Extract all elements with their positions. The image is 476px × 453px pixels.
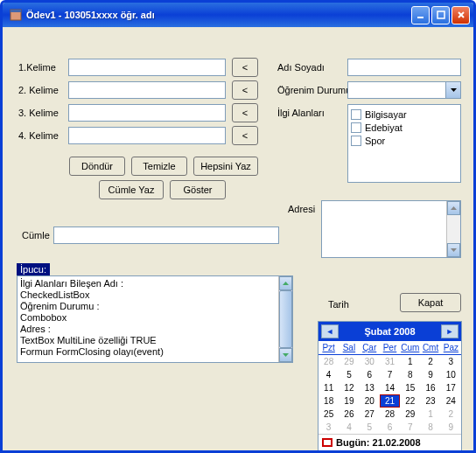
ogrenim-label: Öğrenim Durumu [277, 85, 351, 95]
svg-marker-9 [283, 282, 289, 285]
calendar-day[interactable]: 6 [380, 421, 400, 434]
cumle-input[interactable] [53, 226, 279, 244]
calendar-day[interactable]: 30 [360, 355, 380, 368]
calendar-day[interactable]: 28 [380, 408, 400, 421]
calendar-day[interactable]: 4 [318, 368, 339, 381]
calendar-day[interactable]: 8 [420, 421, 440, 434]
calendar-day[interactable]: 16 [420, 381, 440, 394]
calendar-prev-button[interactable]: ◄ [321, 324, 339, 338]
kelime1-back-button[interactable]: < [232, 58, 258, 77]
checkbox-icon[interactable] [351, 122, 361, 133]
kelime2-input[interactable] [68, 81, 226, 99]
calendar-day[interactable]: 18 [318, 394, 339, 408]
checkbox-icon[interactable] [351, 109, 361, 120]
checkbox-icon[interactable] [351, 136, 361, 146]
ilgi-item[interactable]: Spor [351, 134, 458, 147]
ilgi-checkedlistbox[interactable]: Bilgisayar Edebiyat Spor [347, 104, 461, 183]
scrollbar[interactable] [446, 201, 460, 257]
calendar-day[interactable]: 5 [339, 368, 359, 381]
calendar-next-button[interactable]: ► [441, 324, 458, 338]
adsoyad-input[interactable] [347, 59, 461, 76]
kelime4-back-button[interactable]: < [232, 126, 258, 145]
calendar-day[interactable]: 6 [360, 368, 380, 381]
calendar-day[interactable]: 27 [360, 408, 380, 421]
ilgi-item[interactable]: Edebiyat [351, 121, 458, 134]
calendar-day[interactable]: 26 [339, 408, 359, 421]
adresi-label: Adresi [288, 204, 315, 214]
chevron-left-icon: < [242, 108, 248, 118]
calendar-day[interactable]: 4 [339, 421, 359, 434]
calendar-day[interactable]: 17 [441, 381, 461, 394]
adresi-textbox[interactable] [321, 200, 461, 258]
calendar-today[interactable]: Bugün: 21.02.2008 [318, 434, 461, 450]
calendar-day[interactable]: 13 [360, 381, 380, 394]
calendar-day[interactable]: 2 [420, 355, 440, 368]
scrollbar[interactable] [278, 276, 292, 362]
calendar-day[interactable]: 1 [420, 408, 440, 421]
calendar-day[interactable]: 15 [400, 381, 420, 394]
kelime4-input[interactable] [68, 127, 226, 144]
scroll-up-button[interactable] [279, 276, 292, 290]
calendar-day[interactable]: 19 [339, 394, 359, 408]
scroll-thumb[interactable] [279, 290, 292, 348]
ilgi-label: İlgi Alanları [277, 108, 325, 118]
calendar-day[interactable]: 14 [380, 381, 400, 394]
cumle-yaz-button[interactable]: Cümle Yaz [99, 180, 164, 199]
calendar-day[interactable]: 8 [400, 368, 420, 381]
scroll-up-button[interactable] [447, 201, 460, 215]
calendar-day[interactable]: 5 [360, 421, 380, 434]
scroll-down-button[interactable] [279, 348, 292, 362]
ilgi-item[interactable]: Bilgisayar [351, 108, 458, 121]
calendar-day[interactable]: 31 [380, 355, 400, 368]
calendar-day[interactable]: 20 [360, 394, 380, 408]
hepsini-yaz-button[interactable]: Hepsini Yaz [193, 157, 258, 176]
kelime2-back-button[interactable]: < [232, 80, 258, 100]
maximize-button[interactable] [431, 6, 450, 24]
dondur-button[interactable]: Döndür [69, 157, 125, 176]
calendar-day[interactable]: 12 [339, 381, 359, 394]
ogrenim-combo[interactable] [347, 81, 461, 99]
calendar-day[interactable]: 23 [420, 394, 440, 408]
calendar-dow-row: PztSalÇarPerCumCmtPaz [318, 341, 461, 355]
calendar-day[interactable]: 3 [441, 355, 461, 368]
calendar[interactable]: ◄ Şubat 2008 ► PztSalÇarPerCumCmtPaz 282… [318, 321, 462, 451]
chevron-down-icon[interactable] [445, 82, 460, 98]
calendar-day[interactable]: 25 [318, 408, 339, 421]
kapat-button[interactable]: Kapat [400, 293, 461, 312]
calendar-day[interactable]: 3 [318, 421, 339, 434]
svg-marker-6 [451, 88, 457, 92]
calendar-day[interactable]: 1 [400, 355, 420, 368]
scroll-track[interactable] [447, 215, 460, 243]
calendar-day[interactable]: 9 [441, 421, 461, 434]
kelime1-input[interactable] [68, 59, 226, 76]
calendar-day[interactable]: 7 [400, 421, 420, 434]
svg-rect-3 [438, 11, 444, 18]
calendar-day[interactable]: 29 [339, 355, 359, 368]
calendar-day[interactable]: 11 [318, 381, 339, 394]
cumle-label: Cümle [22, 230, 50, 240]
calendar-day[interactable]: 29 [400, 408, 420, 421]
minimize-button[interactable] [411, 6, 430, 24]
kelime3-back-button[interactable]: < [232, 103, 258, 122]
calendar-day[interactable]: 7 [380, 368, 400, 381]
kelime3-input[interactable] [68, 104, 226, 122]
calendar-dow: Çar [360, 341, 380, 355]
window-title: Ödev1 - 103051xxxx öğr. adı [26, 10, 410, 20]
temizle-button[interactable]: Temizle [131, 157, 187, 176]
calendar-day[interactable]: 22 [400, 394, 420, 408]
goster-button[interactable]: Göster [170, 180, 226, 199]
calendar-day[interactable]: 9 [420, 368, 440, 381]
kelime1-label: 1.Kelime [18, 62, 56, 73]
calendar-day[interactable]: 24 [441, 394, 461, 408]
svg-marker-7 [451, 206, 457, 210]
close-button[interactable] [452, 6, 470, 24]
ipucu-textbox[interactable]: İlgi Alanları Bileşen Adı : CheckedListB… [17, 275, 293, 363]
scroll-track[interactable] [279, 290, 292, 348]
calendar-today-label: Bugün: 21.02.2008 [336, 437, 421, 448]
calendar-day[interactable]: 21 [380, 394, 400, 408]
scroll-down-button[interactable] [447, 243, 460, 257]
calendar-day[interactable]: 10 [441, 368, 461, 381]
calendar-day[interactable]: 2 [441, 408, 461, 421]
adresi-content[interactable] [322, 201, 446, 257]
calendar-day[interactable]: 28 [318, 355, 339, 368]
